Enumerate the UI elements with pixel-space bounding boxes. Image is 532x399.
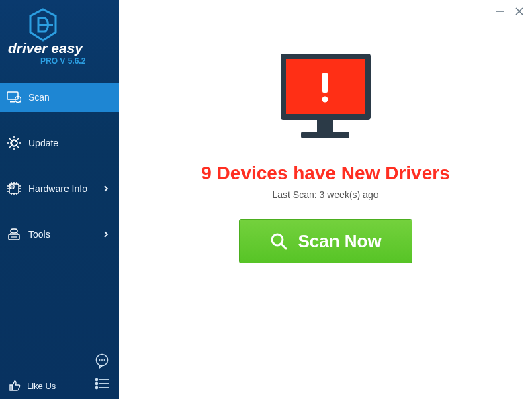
sidebar-item-tools[interactable]: Tools	[0, 220, 119, 249]
gear-refresh-icon	[7, 136, 21, 150]
scan-now-button[interactable]: Scan Now	[239, 219, 412, 263]
like-us-button[interactable]: Like Us	[8, 379, 56, 392]
hardware-info-icon: i	[7, 181, 21, 196]
svg-rect-1	[7, 92, 18, 99]
svg-line-13	[17, 138, 19, 140]
svg-line-12	[9, 146, 11, 148]
main-content: 9 Devices have New Drivers Last Scan: 3 …	[119, 0, 532, 263]
svg-rect-30	[11, 229, 17, 233]
brand-version: PRO V 5.6.2	[40, 56, 111, 66]
sidebar-item-update[interactable]: Update	[0, 129, 119, 157]
svg-rect-2	[10, 101, 15, 103]
svg-point-37	[101, 359, 103, 361]
search-icon	[269, 232, 288, 251]
sidebar-item-label: Hardware Info	[28, 183, 101, 194]
minimize-icon	[496, 7, 505, 16]
sidebar-bottom: Like Us	[0, 379, 119, 392]
svg-line-4	[20, 101, 21, 103]
scan-icon	[7, 90, 21, 105]
svg-rect-52	[317, 120, 333, 132]
brand-logo-icon	[28, 8, 58, 42]
sidebar: driver easy PRO V 5.6.2 Scan Update i Ha…	[0, 0, 119, 399]
svg-point-38	[104, 359, 105, 361]
sidebar-item-scan[interactable]: Scan	[0, 83, 119, 112]
thumbs-up-icon	[8, 379, 21, 392]
svg-point-36	[99, 359, 101, 361]
chat-icon	[94, 353, 110, 369]
svg-line-55	[281, 244, 286, 249]
sidebar-nav: Scan Update i Hardware Info Tools	[0, 83, 119, 266]
sidebar-item-label: Update	[28, 138, 111, 148]
window-controls	[494, 5, 525, 17]
svg-rect-50	[322, 73, 328, 93]
sidebar-item-label: Tools	[28, 229, 101, 240]
last-scan-text: Last Scan: 3 week(s) ago	[273, 189, 379, 200]
sidebar-item-label: Scan	[28, 92, 111, 103]
tools-icon	[7, 227, 21, 242]
svg-rect-53	[301, 132, 349, 138]
feedback-button[interactable]	[93, 352, 111, 369]
scan-now-label: Scan Now	[298, 231, 381, 252]
logo-area: driver easy PRO V 5.6.2	[0, 0, 119, 71]
headline: 9 Devices have New Drivers	[201, 163, 449, 184]
close-icon	[515, 7, 524, 16]
svg-line-10	[9, 138, 11, 140]
chevron-right-icon	[101, 184, 111, 193]
chevron-right-icon	[101, 230, 111, 239]
minimize-button[interactable]	[494, 5, 506, 17]
brand-name: driver easy	[8, 40, 111, 56]
svg-line-11	[17, 146, 19, 148]
close-button[interactable]	[513, 5, 525, 17]
like-us-label: Like Us	[27, 381, 56, 391]
alert-monitor-icon	[269, 48, 383, 149]
main-pane: 9 Devices have New Drivers Last Scan: 3 …	[119, 0, 532, 399]
svg-point-51	[322, 97, 328, 103]
sidebar-item-hardware-info[interactable]: i Hardware Info	[0, 175, 119, 203]
